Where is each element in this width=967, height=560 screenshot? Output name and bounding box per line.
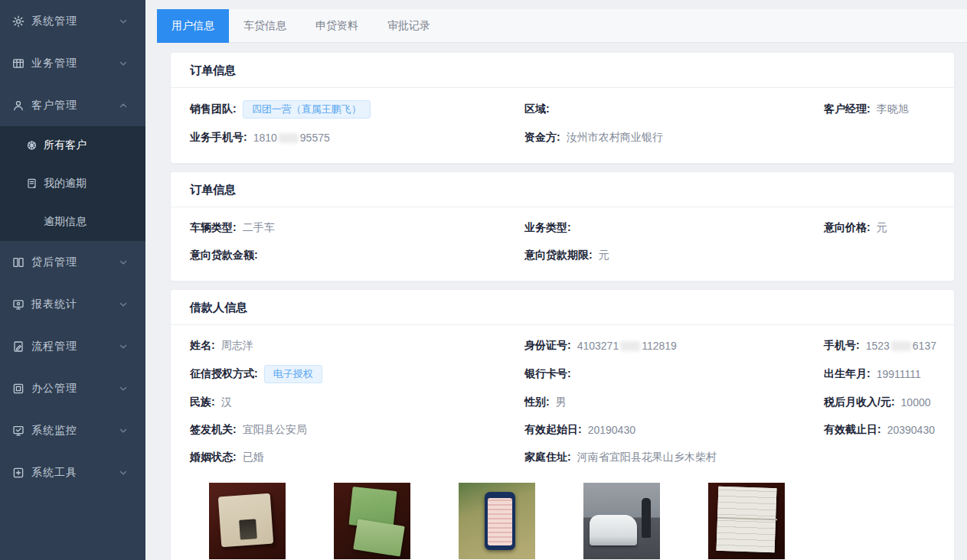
field-label: 出生年月: <box>824 367 871 381</box>
sidebar-item-label: 系统工具 <box>31 466 118 480</box>
sidebar-item-系统监控[interactable]: 系统监控 <box>0 409 145 451</box>
sidebar-item-label: 办公管理 <box>31 382 118 396</box>
sidebar-item-报表统计[interactable]: 报表统计 <box>0 283 145 325</box>
photo-wrap: 人车合影 <box>583 483 660 560</box>
field-家庭住址: 家庭住址:河南省宜阳县花果山乡木柴村 <box>524 449 824 466</box>
field-label: 有效起始日: <box>524 423 582 437</box>
redacted-blur <box>279 133 299 143</box>
card-借款人信息-2: 借款人信息姓名:周志洋身份证号:4103271112819手机号:1523613… <box>170 289 955 560</box>
field-label: 车辆类型: <box>190 221 237 235</box>
card-订单信息-0: 订单信息销售团队:四团一营（直属王鹏飞）区域:客户经理:李晓旭业务手机号:181… <box>170 52 955 164</box>
cards-container: 订单信息销售团队:四团一营（直属王鹏飞）区域:客户经理:李晓旭业务手机号:181… <box>145 43 967 560</box>
field-value: 10000 <box>901 396 931 409</box>
field-label: 家庭住址: <box>524 451 571 464</box>
wheel-icon <box>26 140 38 151</box>
green-booklet-photo[interactable] <box>334 483 410 559</box>
field-row: 意向贷款金额:意向贷款期限:元 <box>190 247 935 264</box>
field-label: 意向贷款期限: <box>524 249 593 262</box>
card-title: 订单信息 <box>171 53 954 88</box>
sidebar-item-流程管理[interactable]: 流程管理 <box>0 325 145 367</box>
tab-用户信息[interactable]: 用户信息 <box>157 9 229 43</box>
sidebar-item-系统工具[interactable]: 系统工具 <box>0 451 145 493</box>
sidebar-item-办公管理[interactable]: 办公管理 <box>0 367 145 409</box>
field-label: 征信授权方式: <box>190 367 258 381</box>
field-row: 姓名:周志洋身份证号:4103271112819手机号:15236137 <box>190 337 935 354</box>
phone-qr-photo[interactable] <box>459 483 535 559</box>
field-empty <box>824 449 935 466</box>
field-value: 周志洋 <box>221 339 253 353</box>
field-label: 姓名: <box>190 339 215 353</box>
card-订单信息-1: 订单信息车辆类型:二手车业务类型:意向价格:元意向贷款金额:意向贷款期限:元 <box>170 171 955 282</box>
field-value: 20190430 <box>588 424 635 436</box>
sidebar-item-贷后管理[interactable]: 贷后管理 <box>0 241 145 283</box>
field-婚姻状态: 婚姻状态:已婚 <box>190 449 524 466</box>
field-销售团队: 销售团队:四团一营（直属王鹏飞） <box>190 100 524 119</box>
sidebar-item-客户管理[interactable]: 客户管理 <box>0 84 145 126</box>
field-意向贷款期限: 意向贷款期限:元 <box>524 247 824 264</box>
id-card-photo[interactable] <box>209 483 286 559</box>
field-value-suffix: 95575 <box>300 132 330 144</box>
field-业务类型: 业务类型: <box>524 220 824 236</box>
sidebar-item-label: 业务管理 <box>31 57 118 70</box>
monitor-check-icon <box>12 424 25 437</box>
panels-icon <box>12 256 25 269</box>
sidebar-subitem-我的逾期[interactable]: 我的逾期 <box>0 164 145 203</box>
field-有效起始日: 有效起始日:20190430 <box>524 422 824 438</box>
field-资金方: 资金方:汝州市农村商业银行 <box>524 129 824 146</box>
sidebar: 系统管理业务管理客户管理所有客户我的逾期逾期信息贷后管理报表统计流程管理办公管理… <box>0 0 145 560</box>
field-label: 民族: <box>190 396 215 409</box>
field-税后月收入/元: 税后月收入/元:10000 <box>824 394 935 411</box>
chevron-down-icon <box>118 16 129 27</box>
field-意向价格: 意向价格:元 <box>824 220 935 236</box>
card-body: 销售团队:四团一营（直属王鹏飞）区域:客户经理:李晓旭业务手机号:1810955… <box>171 88 954 163</box>
photo-wrap: 征信报告 <box>459 483 535 560</box>
field-value: 元 <box>877 221 887 235</box>
user-icon <box>12 99 25 112</box>
sidebar-item-label: 系统管理 <box>31 15 118 28</box>
field-value-tag[interactable]: 电子授权 <box>264 365 322 383</box>
field-label: 性别: <box>524 396 550 409</box>
sidebar-subitem-label: 我的逾期 <box>44 177 87 190</box>
field-label: 婚姻状态: <box>190 451 237 464</box>
photo-gallery: 身份证驾驶证照片征信报告人车合影结婚证明 <box>190 477 935 560</box>
monitor-icon <box>12 298 25 311</box>
sidebar-item-label: 贷后管理 <box>31 256 118 269</box>
sidebar-subitem-所有客户[interactable]: 所有客户 <box>0 126 145 164</box>
sidebar-item-业务管理[interactable]: 业务管理 <box>0 42 145 84</box>
field-row: 业务手机号:181095575资金方:汝州市农村商业银行 <box>190 129 935 146</box>
field-label: 手机号: <box>824 339 860 353</box>
person-car-photo[interactable] <box>583 483 660 559</box>
tab-bar: 用户信息车贷信息申贷资料审批记录 <box>157 9 967 43</box>
photo-wrap: 结婚证明 <box>708 483 785 560</box>
tab-申贷资料[interactable]: 申贷资料 <box>301 9 373 43</box>
main-content: 用户信息车贷信息申贷资料审批记录 订单信息销售团队:四团一营（直属王鹏飞）区域:… <box>145 0 967 560</box>
field-手机号: 手机号:15236137 <box>824 337 936 354</box>
field-签发机关: 签发机关:宜阳县公安局 <box>190 422 524 438</box>
field-银行卡号: 银行卡号: <box>524 366 824 383</box>
field-业务手机号: 业务手机号:181095575 <box>190 129 524 146</box>
field-label: 销售团队: <box>190 103 237 116</box>
field-客户经理: 客户经理:李晓旭 <box>824 101 935 118</box>
sidebar-item-label: 客户管理 <box>31 99 118 112</box>
field-value-suffix: 112819 <box>642 340 677 352</box>
chevron-up-icon <box>118 100 129 111</box>
field-row: 签发机关:宜阳县公安局有效起始日:20190430有效截止日:20390430 <box>190 422 935 438</box>
tab-车贷信息[interactable]: 车贷信息 <box>229 9 301 43</box>
field-value: 河南省宜阳县花果山乡木柴村 <box>577 451 717 464</box>
notebook-icon <box>26 178 38 190</box>
field-row: 车辆类型:二手车业务类型:意向价格:元 <box>190 220 935 236</box>
field-车辆类型: 车辆类型:二手车 <box>190 220 524 236</box>
field-value-tag[interactable]: 四团一营（直属王鹏飞） <box>243 100 371 119</box>
field-value: 宜阳县公安局 <box>243 423 307 437</box>
field-label: 业务手机号: <box>190 131 247 145</box>
card-title: 订单信息 <box>171 172 954 207</box>
sidebar-subitem-逾期信息[interactable]: 逾期信息 <box>0 203 145 241</box>
chevron-down-icon <box>118 299 129 310</box>
sidebar-item-系统管理[interactable]: 系统管理 <box>0 0 145 42</box>
photo-wrap: 驾驶证照片 <box>334 483 410 560</box>
field-value: 汉 <box>221 396 232 409</box>
chevron-down-icon <box>118 467 129 478</box>
field-label: 区域: <box>524 103 550 116</box>
document-photo[interactable] <box>708 483 785 559</box>
tab-审批记录[interactable]: 审批记录 <box>373 9 445 43</box>
